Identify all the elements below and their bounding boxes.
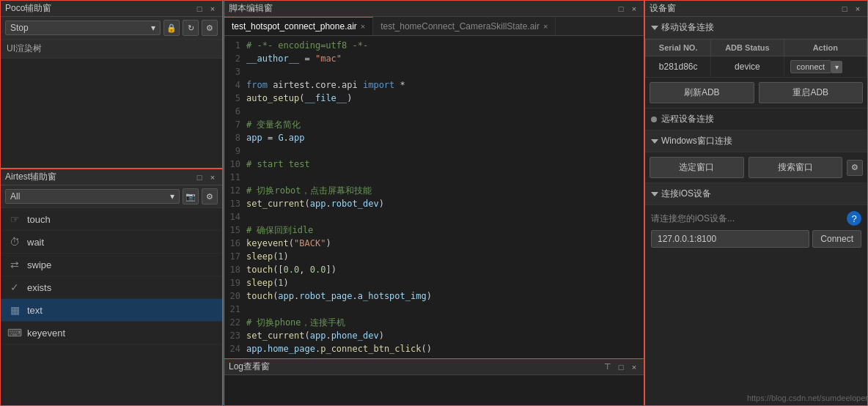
editor-panel: 脚本编辑窗 □ × test_hotspot_connect_phone.air… (224, 0, 644, 359)
wait-icon: ⏱ (8, 235, 21, 248)
windows-extra-btn[interactable]: ⚙ (847, 160, 863, 176)
ios-section-header: 连接iOS设备 (645, 183, 867, 205)
code-area[interactable]: 1 # -*- encoding=utf8 -*- 2 __author__ =… (224, 36, 644, 358)
left-panel: Poco辅助窗 □ × Stop ▾ 🔒 ↻ ⚙ UI渲染树 Airtest辅助… (0, 0, 224, 406)
search-window-btn[interactable]: 搜索窗口 (749, 157, 843, 178)
swipe-icon: ⇄ (8, 258, 21, 271)
col-action: Action (784, 40, 867, 56)
ios-address-input[interactable] (651, 230, 809, 248)
code-line-14: 14 (224, 210, 644, 224)
code-line-7: 7 # 变量名简化 (224, 118, 644, 131)
text-icon: ▦ (8, 303, 21, 317)
code-line-3: 3 (224, 65, 644, 78)
remote-dot (651, 117, 657, 122)
right-minimize-icon[interactable]: □ (839, 4, 850, 14)
select-window-btn[interactable]: 选定窗口 (650, 157, 744, 178)
refresh-adb-btn[interactable]: 刷新ADB (650, 82, 754, 103)
poco-refresh-btn[interactable]: ↻ (183, 20, 199, 36)
swipe-label: swipe (27, 259, 51, 270)
code-line-10: 10 # start test (224, 158, 644, 171)
stop-dropdown-arrow: ▾ (151, 23, 155, 33)
right-close-icon[interactable]: × (853, 4, 863, 14)
airtest-dropdown[interactable]: All ▾ (5, 189, 180, 204)
device-table: Serial NO. ADB Status Action b281d86c de… (645, 39, 867, 78)
code-line-15: 15 # 确保回到idle (224, 224, 644, 237)
tab-hotspot-close[interactable]: × (361, 22, 365, 31)
tab-camera-close[interactable]: × (543, 22, 548, 31)
log-panel: Log查看窗 ⊤ □ × (224, 359, 644, 406)
windows-section-header: Windows窗口连接 (645, 130, 867, 152)
exists-icon: ✓ (8, 281, 21, 294)
airtest-settings-btn[interactable]: ⚙ (202, 188, 218, 204)
airtest-item-exists[interactable]: ✓ exists (1, 276, 222, 299)
code-line-20: 20 touch(app.robot_page.a_hotspot_img) (224, 289, 644, 303)
editor-title-icons: □ × (616, 4, 639, 14)
restart-adb-btn[interactable]: 重启ADB (759, 82, 864, 103)
code-line-5: 5 auto_setup(__file__) (224, 92, 644, 105)
airtest-item-touch[interactable]: ☞ touch (1, 208, 222, 231)
poco-panel: Poco辅助窗 □ × Stop ▾ 🔒 ↻ ⚙ UI渲染树 (0, 0, 223, 169)
windows-expand-icon (651, 139, 658, 144)
ios-section: 请连接您的iOS设备... ? Connect (645, 205, 867, 254)
exists-label: exists (27, 282, 51, 293)
airtest-title: Airtest辅助窗 (5, 171, 56, 183)
middle-wrapper: 脚本编辑窗 □ × test_hotspot_connect_phone.air… (224, 0, 644, 406)
mobile-expand-icon (651, 26, 658, 30)
text-label: text (27, 305, 43, 316)
ios-hint-text: 请连接您的iOS设备... (651, 213, 735, 225)
airtest-item-text[interactable]: ▦ text (1, 299, 222, 322)
code-line-23: 23 set_current(app.phone_dev) (224, 329, 644, 342)
code-line-16: 16 keyevent("BACK") (224, 237, 644, 250)
poco-close-icon[interactable]: × (207, 4, 218, 14)
airtest-item-keyevent[interactable]: ⌨ keyevent (1, 322, 222, 344)
editor-tabs-row: test_hotspot_connect_phone.air × test_ho… (224, 17, 644, 36)
poco-minimize-icon[interactable]: □ (194, 4, 205, 14)
col-serial: Serial NO. (646, 40, 711, 56)
editor-close-icon[interactable]: × (629, 4, 639, 14)
code-line-18: 18 touch([0.0, 0.0]) (224, 263, 644, 276)
keyevent-icon: ⌨ (8, 326, 21, 339)
airtest-minimize-icon[interactable]: □ (194, 172, 205, 182)
code-line-21: 21 (224, 303, 644, 316)
poco-subtitle: UI渲染树 (1, 40, 222, 59)
code-line-22: 22 # 切换phone，连接手机 (224, 316, 644, 329)
log-icon1[interactable]: ⊤ (603, 362, 613, 372)
poco-toolbar: Stop ▾ 🔒 ↻ ⚙ (1, 17, 222, 40)
editor-minimize-icon[interactable]: □ (616, 4, 626, 14)
log-content (224, 375, 644, 405)
ios-section-label: 连接iOS设备 (661, 188, 711, 200)
airtest-close-icon[interactable]: × (207, 172, 218, 182)
connect-dropdown-arrow[interactable]: ▾ (831, 61, 842, 73)
poco-settings-btn[interactable]: ⚙ (202, 20, 218, 36)
ios-help-btn[interactable]: ? (847, 211, 861, 226)
airtest-capture-btn[interactable]: 📷 (183, 188, 199, 204)
poco-lock-btn[interactable]: 🔒 (163, 20, 180, 36)
code-line-24: 24 app.home_page.p_connect_btn_click() (224, 342, 644, 355)
airtest-title-icons: □ × (194, 172, 218, 182)
code-line-9: 9 (224, 144, 644, 158)
airtest-item-wait[interactable]: ⏱ wait (1, 231, 222, 254)
ios-connect-btn[interactable]: Connect (812, 230, 861, 248)
poco-tree-area (1, 59, 222, 64)
stop-label: Stop (10, 23, 29, 33)
poco-title: Poco辅助窗 (5, 2, 51, 15)
log-title: Log查看窗 (229, 361, 270, 373)
wait-label: wait (27, 237, 44, 248)
ios-expand-icon (651, 192, 658, 196)
editor-title-bar: 脚本编辑窗 □ × (224, 1, 644, 17)
code-line-2: 2 __author__ = "mac" (224, 52, 644, 65)
code-line-8: 8 app = G.app (224, 131, 644, 144)
device-row: b281d86c device connect ▾ (646, 56, 867, 78)
adb-buttons: 刷新ADB 重启ADB (645, 78, 867, 108)
ios-input-row: Connect (651, 230, 861, 248)
log-close-icon[interactable]: × (629, 362, 639, 372)
log-title-icons: ⊤ □ × (603, 362, 639, 372)
log-minimize-icon[interactable]: □ (616, 362, 626, 372)
tab-hotspot[interactable]: test_hotspot_connect_phone.air × (224, 17, 373, 35)
connect-dropdown: connect ▾ (790, 60, 861, 73)
stop-dropdown[interactable]: Stop ▾ (5, 21, 161, 35)
airtest-item-swipe[interactable]: ⇄ swipe (1, 254, 222, 276)
connect-btn[interactable]: connect (790, 60, 832, 73)
tab-camera-label: test_homeConnect_CameraSkillState.air (380, 21, 540, 32)
tab-camera[interactable]: test_homeConnect_CameraSkillState.air × (373, 17, 556, 35)
